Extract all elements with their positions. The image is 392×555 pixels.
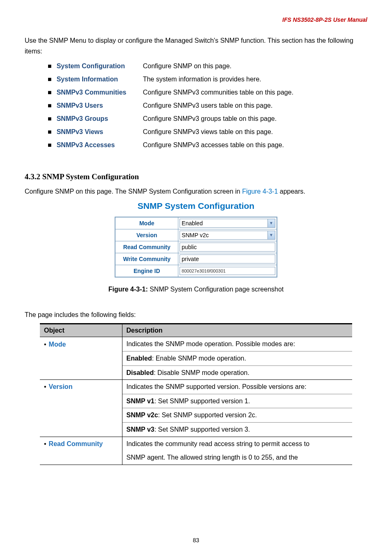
chevron-down-icon[interactable]: ▼ (267, 231, 275, 239)
table-row: Disabled: Disable SNMP mode operation. (40, 365, 352, 380)
text-bold: SNMP v3 (127, 426, 154, 433)
desc-cell: SNMP v3: Set SNMP supported version 3. (122, 422, 352, 437)
text-bold: SNMP v1 (127, 398, 154, 405)
item-desc: Configure SNMPv3 users table on this pag… (141, 99, 296, 112)
desc-cell: SNMP v1: Set SNMP supported version 1. (122, 394, 352, 408)
caption-label: Figure 4-3-1: (108, 286, 148, 293)
version-value: SNMP v2c (180, 231, 275, 240)
text: : Set SNMP supported version 1. (154, 398, 250, 405)
object-name: Version (49, 383, 73, 390)
text: : Enable SNMP mode operation. (152, 355, 246, 362)
figure-link: Figure 4-3-1 (242, 188, 278, 195)
bullet-icon: ■ (45, 139, 54, 152)
item-desc: The system information is provides here. (141, 73, 296, 86)
intro-paragraph: Use the SNMP Menu to display or configur… (25, 35, 367, 56)
bullet-icon: ■ (45, 112, 54, 125)
item-label: System Information (54, 73, 141, 86)
bullet-icon: ■ (45, 86, 54, 99)
item-label: SNMPv3 Views (54, 125, 141, 139)
section-heading: 4.3.2 SNMP System Configuration (25, 172, 367, 181)
item-label: System Configuration (54, 60, 141, 73)
bullet-icon: ■ (45, 99, 54, 112)
items-list: ■System ConfigurationConfigure SNMP on t… (45, 60, 296, 152)
version-label: Version (115, 229, 178, 241)
item-desc: Configure SNMPv3 communities table on th… (141, 86, 296, 99)
page-number: 83 (0, 537, 392, 543)
text: appears. (278, 188, 305, 195)
list-item: ■SNMPv3 UsersConfigure SNMPv3 users tabl… (45, 99, 296, 112)
read-community-input[interactable] (180, 243, 275, 252)
table-row: •Read Community Indicates the community … (40, 437, 352, 451)
text: : Set SNMP supported version 2c. (158, 412, 257, 419)
table-row: SNMP v1: Set SNMP supported version 1. (40, 394, 352, 408)
table-row: Read Community (115, 241, 277, 253)
mode-value: Enabled (180, 219, 275, 228)
bullet-icon: ■ (45, 60, 54, 73)
object-name: Read Community (49, 440, 103, 447)
desc-cell: Disabled: Disable SNMP mode operation. (122, 365, 352, 380)
item-desc: Configure SNMPv3 views table on this pag… (141, 125, 296, 139)
list-item: ■System InformationThe system informatio… (45, 73, 296, 86)
desc-cell: SNMP v2c: Set SNMP supported version 2c. (122, 408, 352, 423)
write-community-label: Write Community (115, 253, 178, 265)
header-description: Description (122, 324, 352, 337)
item-label: SNMPv3 Accesses (54, 139, 141, 152)
desc-cell: Indicates the SNMP supported version. Po… (122, 380, 352, 394)
bullet-icon: ■ (45, 73, 54, 86)
fields-intro: The page includes the following fields: (25, 310, 367, 320)
item-label: SNMPv3 Groups (54, 112, 141, 125)
version-select[interactable]: SNMP v2c ▼ (180, 231, 275, 240)
table-row: SNMP v2c: Set SNMP supported version 2c. (40, 408, 352, 423)
table-header: Object Description (40, 324, 352, 337)
config-table: Mode Enabled ▼ Version SNMP v2c ▼ Read C… (115, 217, 277, 278)
bullet-icon: • (44, 341, 49, 348)
item-desc: Configure SNMP on this page. (141, 60, 296, 73)
bullet-icon: • (44, 383, 49, 390)
mode-label: Mode (115, 217, 178, 229)
table-row: Enabled: Enable SNMP mode operation. (40, 351, 352, 365)
fields-table: Object Description •Mode Indicates the S… (40, 323, 352, 465)
section-intro: Configure SNMP on this page. The SNMP Sy… (25, 186, 367, 197)
item-label: SNMPv3 Users (54, 99, 141, 112)
text-bold: Enabled (127, 355, 152, 362)
table-row: Write Community (115, 253, 277, 265)
bullet-icon: ■ (45, 125, 54, 139)
engine-id-label: Engine ID (115, 265, 178, 277)
text: Configure SNMP on this page. The SNMP Sy… (25, 188, 242, 195)
text-bold: SNMP v2c (127, 412, 158, 419)
list-item: ■SNMPv3 CommunitiesConfigure SNMPv3 comm… (45, 86, 296, 99)
text-bold: Disabled (127, 369, 154, 376)
text: : Set SNMP supported version 3. (154, 426, 250, 433)
desc-cell: SNMP agent. The allowed string length is… (122, 451, 352, 465)
list-item: ■SNMPv3 GroupsConfigure SNMPv3 groups ta… (45, 112, 296, 125)
config-title: SNMP System Configuration (138, 201, 254, 211)
write-community-input[interactable] (180, 254, 275, 264)
table-row: SNMP agent. The allowed string length is… (40, 451, 352, 465)
table-row: Mode Enabled ▼ (115, 217, 277, 229)
table-row: •Version Indicates the SNMP supported ve… (40, 380, 352, 394)
caption-text: SNMP System Configuration page screensho… (148, 286, 284, 293)
item-desc: Configure SNMPv3 groups table on this pa… (141, 112, 296, 125)
read-community-label: Read Community (115, 241, 178, 253)
list-item: ■SNMPv3 ViewsConfigure SNMPv3 views tabl… (45, 125, 296, 139)
table-row: •Mode Indicates the SNMP mode operation.… (40, 337, 352, 352)
text: : Disable SNMP mode operation. (154, 369, 249, 376)
list-item: ■System ConfigurationConfigure SNMP on t… (45, 60, 296, 73)
mode-select[interactable]: Enabled ▼ (180, 219, 275, 228)
desc-cell: Indicates the community read access stri… (122, 437, 352, 451)
object-name: Mode (49, 341, 66, 348)
bullet-icon: • (44, 440, 49, 447)
desc-cell: Enabled: Enable SNMP mode operation. (122, 351, 352, 365)
doc-header: IFS NS3502-8P-2S User Manual (25, 16, 367, 23)
table-row: SNMP v3: Set SNMP supported version 3. (40, 422, 352, 437)
item-label: SNMPv3 Communities (54, 86, 141, 99)
desc-cell: Indicates the SNMP mode operation. Possi… (122, 337, 352, 352)
item-desc: Configure SNMPv3 accesses table on this … (141, 139, 296, 152)
header-object: Object (40, 324, 122, 337)
figure-caption: Figure 4-3-1: SNMP System Configuration … (25, 286, 367, 293)
config-figure: SNMP System Configuration Mode Enabled ▼… (25, 201, 367, 278)
table-row: Version SNMP v2c ▼ (115, 229, 277, 241)
engine-id-input[interactable] (180, 267, 275, 275)
table-row: Engine ID (115, 265, 277, 277)
chevron-down-icon[interactable]: ▼ (267, 219, 275, 227)
